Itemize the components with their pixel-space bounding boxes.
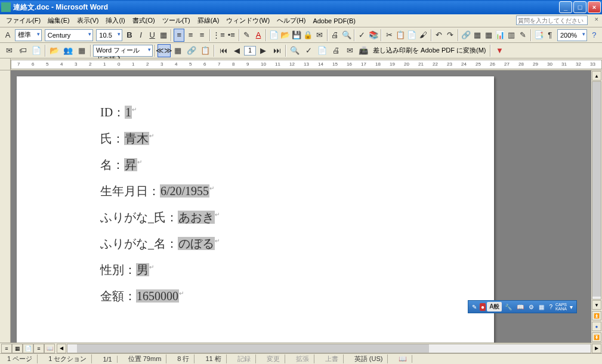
align-right-button[interactable]: ≡ — [197, 29, 208, 42]
ime-tool-2-icon[interactable]: 📖 — [515, 303, 526, 311]
horizontal-ruler[interactable]: 7654321012345678910111213141516171819202… — [11, 60, 602, 69]
ime-mode-button[interactable]: A般 — [487, 302, 502, 311]
document-line[interactable]: 生年月日：6/20/1955↵ — [100, 179, 470, 203]
merge-pdf-label[interactable]: 差し込み印刷を Adobe PDF に変換(M) — [371, 46, 488, 55]
ime-tool-5-icon[interactable]: ? — [547, 303, 554, 311]
merge-newdoc-button[interactable]: 📄 — [316, 44, 329, 57]
vertical-scrollbar-thumb[interactable] — [592, 82, 601, 297]
highlight-fields-button[interactable]: ▦ — [171, 44, 184, 57]
recipients-button[interactable]: 👥 — [61, 44, 75, 57]
scroll-left-button[interactable]: ◀ — [57, 344, 66, 353]
view-merged-button[interactable]: ≪≫ — [158, 44, 171, 57]
underline-button[interactable]: U — [147, 29, 158, 42]
scroll-up-button[interactable]: ▲ — [592, 71, 601, 81]
merge-field-value[interactable]: のぼる — [178, 237, 215, 250]
vertical-scrollbar-track[interactable] — [592, 81, 601, 300]
find-entry-button[interactable]: 🔍 — [288, 44, 301, 57]
align-center-button[interactable]: ≡ — [185, 29, 196, 42]
mail-button[interactable]: ✉ — [314, 29, 325, 42]
merge-field-value[interactable]: 昇 — [124, 158, 137, 171]
document-line[interactable]: ふりがな_氏：あおき↵ — [100, 205, 470, 229]
scroll-right-button[interactable]: ▶ — [592, 344, 601, 353]
first-record-button[interactable]: ⏮ — [217, 44, 230, 57]
outline-view-button[interactable]: ≡ — [33, 344, 44, 353]
merge-field-value[interactable]: 1 — [125, 106, 132, 119]
help-button[interactable]: ? — [589, 29, 600, 42]
menu-tools[interactable]: ツール(T) — [159, 15, 194, 26]
address-block-button[interactable]: ▦ — [75, 44, 88, 57]
prev-record-button[interactable]: ◀ — [230, 44, 243, 57]
document-line[interactable]: ふりがな_名：のぼる↵ — [100, 232, 470, 255]
excel-button[interactable]: 📊 — [495, 29, 505, 42]
menu-file[interactable]: ファイル(F) — [2, 15, 44, 26]
docmap-button[interactable]: 📑 — [533, 29, 544, 42]
merge-field-value[interactable]: 男 — [136, 263, 149, 276]
menu-window[interactable]: ウィンドウ(W) — [223, 15, 273, 26]
check-errors-button[interactable]: ✓ — [302, 44, 315, 57]
word-field-insert-combo[interactable]: Word フィールドの挿入 — [93, 45, 153, 57]
ime-toolbar[interactable]: ✎ ● A般 🔧 📖 ⚙ ▦ ? CAPS KANA ▾ — [468, 300, 577, 313]
envelope-button[interactable]: ✉ — [2, 44, 16, 57]
cut-button[interactable]: ✂ — [384, 29, 394, 42]
paste-button[interactable]: 📄 — [406, 29, 417, 42]
showhide-button[interactable]: ¶ — [545, 29, 555, 42]
styles-button[interactable]: A — [2, 29, 13, 42]
hyperlink-button[interactable]: 🔗 — [461, 29, 471, 42]
next-page-button[interactable]: ⏬ — [592, 332, 601, 342]
ime-input-mode-icon[interactable]: ● — [480, 303, 486, 311]
font-size-combo[interactable]: 10.5 — [96, 29, 122, 41]
ime-dropdown-icon[interactable]: ▾ — [568, 303, 575, 311]
menu-format[interactable]: 書式(O) — [129, 15, 159, 26]
spellcheck-button[interactable]: ✓ — [357, 29, 368, 42]
ime-tool-3-icon[interactable]: ⚙ — [527, 303, 536, 311]
format-painter-button[interactable]: 🖌 — [418, 29, 429, 42]
menubar-close-icon[interactable]: × — [595, 16, 598, 23]
research-button[interactable]: 📚 — [368, 29, 379, 42]
merge-printer-button[interactable]: 🖨 — [329, 44, 342, 57]
menu-help[interactable]: ヘルプ(H) — [273, 15, 309, 26]
merge-field-value[interactable]: 6/20/1955 — [160, 184, 209, 198]
save-button[interactable]: 💾 — [291, 29, 302, 42]
status-record[interactable]: 記録 — [233, 354, 256, 363]
font-color-button[interactable]: A — [253, 29, 264, 42]
open-button[interactable]: 📂 — [280, 29, 291, 42]
ime-tool-1-icon[interactable]: 🔧 — [503, 303, 514, 311]
normal-view-button[interactable]: ≡ — [1, 344, 12, 353]
zoom-combo[interactable]: 200% — [557, 29, 587, 41]
print-preview-button[interactable]: 🔍 — [341, 29, 352, 42]
merge-field-value[interactable]: あおき — [178, 211, 215, 224]
record-number-input[interactable] — [244, 46, 256, 55]
reading-view-button[interactable]: 📖 — [44, 344, 55, 353]
status-extend[interactable]: 拡張 — [291, 354, 314, 363]
print-layout-button[interactable]: 📄 — [23, 344, 33, 353]
italic-button[interactable]: I — [135, 29, 146, 42]
bold-button[interactable]: B — [124, 29, 135, 42]
document-line[interactable]: 金額：1650000↵ — [100, 284, 470, 308]
document-body[interactable]: ID：1↵氏：青木↵名：昇↵生年月日：6/20/1955↵ふりがな_氏：あおき↵… — [100, 100, 470, 308]
help-search-input[interactable] — [516, 16, 588, 25]
status-track-changes[interactable]: 変更 — [262, 354, 285, 363]
document-line[interactable]: 性別：男↵ — [100, 258, 470, 282]
match-fields-button[interactable]: 🔗 — [185, 44, 198, 57]
status-language[interactable]: 英語 (US) — [350, 354, 388, 363]
undo-button[interactable]: ↶ — [434, 29, 444, 42]
columns-button[interactable]: ▥ — [506, 29, 517, 42]
menu-table[interactable]: 罫線(A) — [194, 15, 223, 26]
insert-table-button[interactable]: ▦ — [483, 29, 494, 42]
open-datasource-button[interactable]: 📂 — [48, 44, 61, 57]
last-record-button[interactable]: ⏭ — [270, 44, 283, 57]
merge-field-value[interactable]: 青木 — [124, 132, 149, 145]
horizontal-scrollbar-thumb[interactable] — [77, 344, 429, 353]
horizontal-scrollbar-track[interactable] — [67, 344, 591, 353]
label-button[interactable]: 🏷 — [16, 44, 29, 57]
border-button[interactable]: ▦ — [158, 29, 169, 42]
merge-field-value[interactable]: 1650000 — [136, 289, 179, 303]
permission-button[interactable]: 🔒 — [302, 29, 313, 42]
tables-button[interactable]: ▦ — [472, 29, 483, 42]
vertical-ruler[interactable] — [0, 70, 11, 343]
menu-edit[interactable]: 編集(E) — [44, 15, 73, 26]
print-button[interactable]: 🖨 — [330, 29, 341, 42]
merge-email-button[interactable]: ✉ — [343, 44, 356, 57]
style-combo[interactable]: 標準 — [15, 29, 42, 41]
select-browse-button[interactable]: ● — [592, 322, 601, 331]
